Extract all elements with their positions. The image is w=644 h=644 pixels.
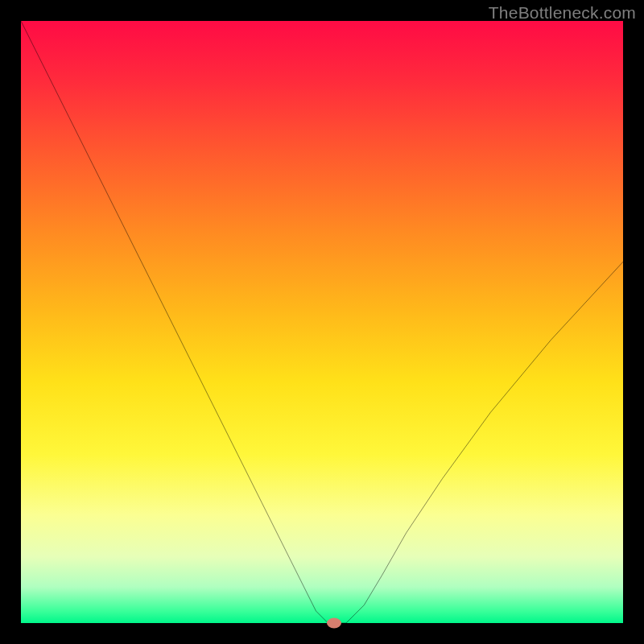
bottleneck-curve [21,21,623,623]
optimal-point-marker [327,618,341,629]
chart-frame: TheBottleneck.com [0,0,644,644]
watermark-text: TheBottleneck.com [489,3,636,23]
curve-svg [21,21,623,623]
plot-area [21,21,623,623]
